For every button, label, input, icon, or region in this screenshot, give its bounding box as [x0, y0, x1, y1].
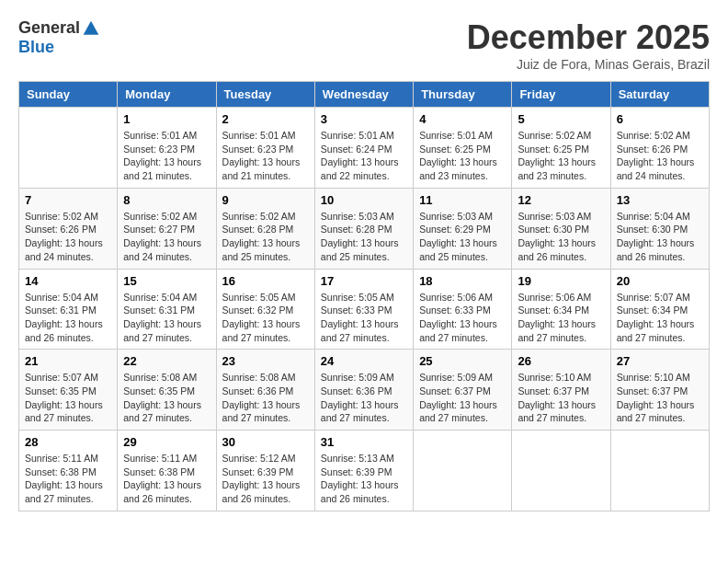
day-number: 17: [321, 274, 407, 288]
calendar-cell: 23Sunrise: 5:08 AM Sunset: 6:36 PM Dayli…: [216, 350, 314, 431]
calendar-cell: 2Sunrise: 5:01 AM Sunset: 6:23 PM Daylig…: [216, 108, 314, 189]
day-number: 22: [123, 354, 210, 368]
calendar-cell: 17Sunrise: 5:05 AM Sunset: 6:33 PM Dayli…: [314, 269, 413, 350]
weekday-header: Thursday: [414, 82, 512, 108]
day-number: 20: [617, 274, 703, 288]
calendar-cell: 18Sunrise: 5:06 AM Sunset: 6:33 PM Dayli…: [414, 269, 512, 350]
svg-marker-0: [84, 20, 99, 34]
day-info: Sunrise: 5:02 AM Sunset: 6:25 PM Dayligh…: [518, 129, 604, 183]
day-info: Sunrise: 5:02 AM Sunset: 6:27 PM Dayligh…: [123, 210, 210, 264]
day-info: Sunrise: 5:05 AM Sunset: 6:33 PM Dayligh…: [321, 291, 407, 345]
calendar-cell: 25Sunrise: 5:09 AM Sunset: 6:37 PM Dayli…: [414, 350, 512, 431]
calendar-header-row: SundayMondayTuesdayWednesdayThursdayFrid…: [19, 82, 710, 108]
day-info: Sunrise: 5:13 AM Sunset: 6:39 PM Dayligh…: [321, 452, 407, 506]
weekday-header: Tuesday: [216, 82, 314, 108]
day-info: Sunrise: 5:03 AM Sunset: 6:30 PM Dayligh…: [518, 210, 604, 264]
day-info: Sunrise: 5:09 AM Sunset: 6:36 PM Dayligh…: [321, 371, 407, 425]
day-info: Sunrise: 5:11 AM Sunset: 6:38 PM Dayligh…: [25, 452, 111, 506]
location-subtitle: Juiz de Fora, Minas Gerais, Brazil: [467, 57, 710, 72]
logo-general-text: General: [18, 18, 80, 38]
day-number: 11: [419, 193, 506, 207]
page-header: General Blue December 2025 Juiz de Fora,…: [18, 18, 710, 72]
weekday-header: Monday: [118, 82, 216, 108]
day-number: 5: [518, 112, 604, 126]
calendar-cell: 26Sunrise: 5:10 AM Sunset: 6:37 PM Dayli…: [512, 350, 610, 431]
day-info: Sunrise: 5:12 AM Sunset: 6:39 PM Dayligh…: [222, 452, 309, 506]
day-info: Sunrise: 5:01 AM Sunset: 6:23 PM Dayligh…: [222, 129, 309, 183]
day-info: Sunrise: 5:02 AM Sunset: 6:28 PM Dayligh…: [222, 210, 309, 264]
day-number: 28: [25, 435, 111, 449]
logo-icon: [82, 19, 100, 38]
day-info: Sunrise: 5:10 AM Sunset: 6:37 PM Dayligh…: [518, 371, 604, 425]
day-number: 29: [123, 435, 210, 449]
day-number: 12: [518, 193, 604, 207]
day-info: Sunrise: 5:08 AM Sunset: 6:36 PM Dayligh…: [222, 371, 309, 425]
calendar-cell: [512, 431, 610, 511]
calendar-cell: 14Sunrise: 5:04 AM Sunset: 6:31 PM Dayli…: [19, 269, 118, 350]
calendar-week-row: 1Sunrise: 5:01 AM Sunset: 6:23 PM Daylig…: [19, 108, 710, 189]
day-number: 8: [123, 193, 210, 207]
calendar-cell: 30Sunrise: 5:12 AM Sunset: 6:39 PM Dayli…: [216, 431, 314, 511]
day-number: 7: [25, 193, 111, 207]
calendar-cell: [414, 431, 512, 511]
weekday-header: Friday: [512, 82, 610, 108]
day-number: 3: [321, 112, 407, 126]
day-number: 21: [25, 354, 111, 368]
day-info: Sunrise: 5:02 AM Sunset: 6:26 PM Dayligh…: [617, 129, 703, 183]
calendar-week-row: 7Sunrise: 5:02 AM Sunset: 6:26 PM Daylig…: [19, 188, 710, 269]
day-number: 6: [617, 112, 703, 126]
calendar-cell: 5Sunrise: 5:02 AM Sunset: 6:25 PM Daylig…: [512, 108, 610, 189]
weekday-header: Saturday: [610, 82, 709, 108]
logo-blue-text: Blue: [18, 38, 54, 57]
calendar-cell: 19Sunrise: 5:06 AM Sunset: 6:34 PM Dayli…: [512, 269, 610, 350]
calendar-cell: 27Sunrise: 5:10 AM Sunset: 6:37 PM Dayli…: [610, 350, 709, 431]
calendar-cell: 11Sunrise: 5:03 AM Sunset: 6:29 PM Dayli…: [414, 188, 512, 269]
day-number: 18: [419, 274, 506, 288]
day-number: 25: [419, 354, 506, 368]
day-number: 31: [321, 435, 407, 449]
day-info: Sunrise: 5:03 AM Sunset: 6:28 PM Dayligh…: [321, 210, 407, 264]
calendar-cell: 21Sunrise: 5:07 AM Sunset: 6:35 PM Dayli…: [19, 350, 118, 431]
calendar-cell: 12Sunrise: 5:03 AM Sunset: 6:30 PM Dayli…: [512, 188, 610, 269]
calendar-cell: 24Sunrise: 5:09 AM Sunset: 6:36 PM Dayli…: [314, 350, 413, 431]
day-number: 1: [123, 112, 210, 126]
day-info: Sunrise: 5:11 AM Sunset: 6:38 PM Dayligh…: [123, 452, 210, 506]
day-info: Sunrise: 5:08 AM Sunset: 6:35 PM Dayligh…: [123, 371, 210, 425]
day-info: Sunrise: 5:01 AM Sunset: 6:24 PM Dayligh…: [321, 129, 407, 183]
day-number: 15: [123, 274, 210, 288]
weekday-header: Sunday: [19, 82, 118, 108]
weekday-header: Wednesday: [314, 82, 413, 108]
day-info: Sunrise: 5:05 AM Sunset: 6:32 PM Dayligh…: [222, 291, 309, 345]
title-section: December 2025 Juiz de Fora, Minas Gerais…: [467, 18, 710, 72]
calendar-cell: 9Sunrise: 5:02 AM Sunset: 6:28 PM Daylig…: [216, 188, 314, 269]
logo: General Blue: [18, 18, 100, 57]
calendar-cell: 8Sunrise: 5:02 AM Sunset: 6:27 PM Daylig…: [118, 188, 216, 269]
calendar-cell: 31Sunrise: 5:13 AM Sunset: 6:39 PM Dayli…: [314, 431, 413, 511]
day-info: Sunrise: 5:04 AM Sunset: 6:30 PM Dayligh…: [617, 210, 703, 264]
day-number: 9: [222, 193, 309, 207]
day-number: 23: [222, 354, 309, 368]
month-title: December 2025: [467, 18, 710, 57]
calendar-table: SundayMondayTuesdayWednesdayThursdayFrid…: [18, 81, 710, 511]
day-info: Sunrise: 5:04 AM Sunset: 6:31 PM Dayligh…: [25, 291, 111, 345]
calendar-cell: 3Sunrise: 5:01 AM Sunset: 6:24 PM Daylig…: [314, 108, 413, 189]
day-number: 16: [222, 274, 309, 288]
calendar-cell: 10Sunrise: 5:03 AM Sunset: 6:28 PM Dayli…: [314, 188, 413, 269]
day-number: 14: [25, 274, 111, 288]
calendar-cell: 15Sunrise: 5:04 AM Sunset: 6:31 PM Dayli…: [118, 269, 216, 350]
day-info: Sunrise: 5:01 AM Sunset: 6:23 PM Dayligh…: [123, 129, 210, 183]
day-number: 10: [321, 193, 407, 207]
day-number: 19: [518, 274, 604, 288]
day-info: Sunrise: 5:03 AM Sunset: 6:29 PM Dayligh…: [419, 210, 506, 264]
day-number: 26: [518, 354, 604, 368]
calendar-cell: 16Sunrise: 5:05 AM Sunset: 6:32 PM Dayli…: [216, 269, 314, 350]
day-info: Sunrise: 5:07 AM Sunset: 6:35 PM Dayligh…: [25, 371, 111, 425]
calendar-cell: 22Sunrise: 5:08 AM Sunset: 6:35 PM Dayli…: [118, 350, 216, 431]
calendar-cell: 6Sunrise: 5:02 AM Sunset: 6:26 PM Daylig…: [610, 108, 709, 189]
calendar-cell: 13Sunrise: 5:04 AM Sunset: 6:30 PM Dayli…: [610, 188, 709, 269]
day-number: 24: [321, 354, 407, 368]
calendar-cell: 7Sunrise: 5:02 AM Sunset: 6:26 PM Daylig…: [19, 188, 118, 269]
day-info: Sunrise: 5:01 AM Sunset: 6:25 PM Dayligh…: [419, 129, 506, 183]
day-info: Sunrise: 5:10 AM Sunset: 6:37 PM Dayligh…: [617, 371, 703, 425]
day-number: 4: [419, 112, 506, 126]
